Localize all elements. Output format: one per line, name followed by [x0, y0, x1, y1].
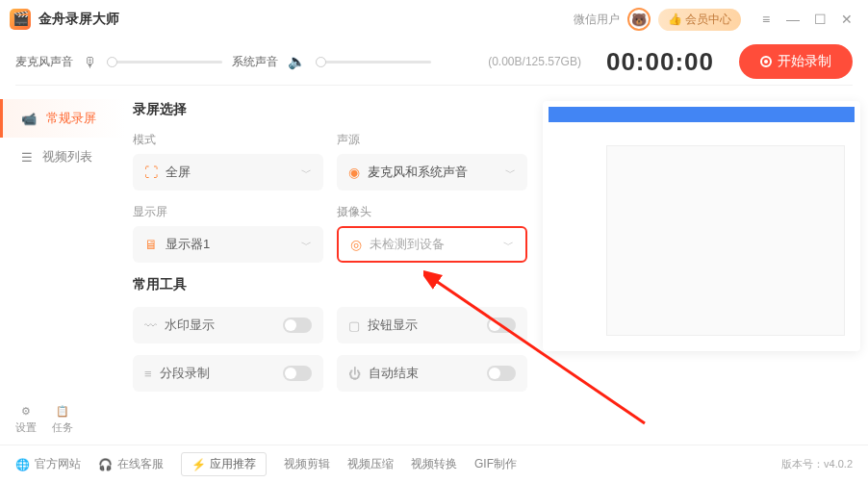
- user-avatar[interactable]: 🐻: [627, 8, 651, 31]
- camera-icon: 📹: [21, 112, 37, 126]
- clipboard-icon: 📋: [56, 405, 69, 418]
- auto-end-toggle[interactable]: ⏻ 自动结束: [337, 355, 527, 392]
- mic-label: 麦克风声音: [15, 54, 73, 70]
- display-select[interactable]: 🖥 显示器1 ﹀: [133, 226, 323, 263]
- video-compress-link[interactable]: 视频压缩: [347, 456, 394, 472]
- camera-label: 摄像头: [337, 204, 527, 220]
- bolt-icon: ⚡: [191, 458, 206, 471]
- monitor-icon: 🖥: [144, 237, 158, 252]
- website-link[interactable]: 🌐官方网站: [15, 456, 81, 472]
- mode-label: 模式: [133, 132, 323, 148]
- camera-select[interactable]: ◎ 未检测到设备 ﹀: [337, 226, 527, 263]
- webcam-icon: ◎: [350, 237, 362, 252]
- app-logo: [10, 9, 31, 30]
- speaker-icon[interactable]: 🔈: [288, 53, 306, 70]
- video-convert-link[interactable]: 视频转换: [411, 456, 457, 472]
- toggle-switch[interactable]: [283, 318, 312, 333]
- vip-center-button[interactable]: 👍 会员中心: [658, 9, 741, 31]
- tasks-button[interactable]: 📋 任务: [52, 405, 73, 435]
- chevron-down-icon: ﹀: [503, 238, 514, 252]
- start-record-button[interactable]: 开始录制: [739, 44, 853, 79]
- record-options-title: 录屏选择: [133, 101, 527, 118]
- audio-icon: ◉: [348, 165, 360, 180]
- button-icon: ▢: [348, 318, 360, 333]
- menu-icon[interactable]: ≡: [754, 8, 778, 31]
- display-label: 显示屏: [133, 204, 323, 220]
- system-audio-slider[interactable]: [316, 61, 431, 64]
- watermark-toggle[interactable]: 〰 水印显示: [133, 307, 323, 343]
- toggle-switch[interactable]: [487, 318, 516, 333]
- gif-maker-link[interactable]: GIF制作: [474, 456, 517, 472]
- gear-icon: ⚙: [21, 405, 31, 418]
- headset-icon: 🎧: [98, 458, 113, 471]
- video-edit-link[interactable]: 视频剪辑: [284, 456, 330, 472]
- toggle-switch[interactable]: [283, 366, 312, 381]
- close-icon[interactable]: ✕: [835, 8, 858, 31]
- audio-source-select[interactable]: ◉ 麦克风和系统声音 ﹀: [337, 154, 527, 191]
- minimize-icon[interactable]: —: [781, 8, 804, 31]
- audio-source-label: 声源: [337, 132, 527, 148]
- wechat-user-label: 微信用户: [574, 12, 620, 28]
- app-title: 金舟录屏大师: [38, 11, 119, 28]
- preview-panel: [543, 101, 860, 351]
- chevron-down-icon: ﹀: [505, 165, 516, 180]
- fullscreen-icon: ⛶: [144, 165, 158, 180]
- toggle-switch[interactable]: [487, 366, 516, 381]
- storage-info: (0.00B/125.57GB): [488, 55, 581, 68]
- app-recommend-button[interactable]: ⚡应用推荐: [181, 452, 267, 476]
- system-audio-label: 系统声音: [232, 54, 278, 70]
- sidebar-tab-record[interactable]: 📹 常规录屏: [0, 99, 125, 138]
- record-icon: [760, 56, 772, 67]
- mic-slider[interactable]: [107, 61, 222, 64]
- record-timer: 00:00:00: [606, 47, 714, 77]
- version-label: 版本号：v4.0.2: [781, 457, 853, 471]
- segment-record-toggle[interactable]: ≡ 分段录制: [133, 355, 323, 392]
- globe-icon: 🌐: [15, 458, 30, 471]
- watermark-icon: 〰: [144, 318, 157, 333]
- segment-icon: ≡: [144, 367, 152, 381]
- button-display-toggle[interactable]: ▢ 按钮显示: [337, 307, 527, 343]
- list-icon: ☰: [21, 150, 33, 165]
- tools-title: 常用工具: [133, 276, 527, 293]
- chevron-down-icon: ﹀: [301, 238, 312, 252]
- support-link[interactable]: 🎧在线客服: [98, 456, 164, 472]
- sidebar-tab-videos[interactable]: ☰ 视频列表: [0, 138, 125, 176]
- mic-icon[interactable]: 🎙: [83, 54, 97, 70]
- maximize-icon[interactable]: ☐: [808, 8, 831, 31]
- settings-button[interactable]: ⚙ 设置: [15, 405, 37, 435]
- chevron-down-icon: ﹀: [301, 165, 312, 180]
- mode-select[interactable]: ⛶ 全屏 ﹀: [133, 154, 323, 191]
- power-icon: ⏻: [348, 367, 361, 381]
